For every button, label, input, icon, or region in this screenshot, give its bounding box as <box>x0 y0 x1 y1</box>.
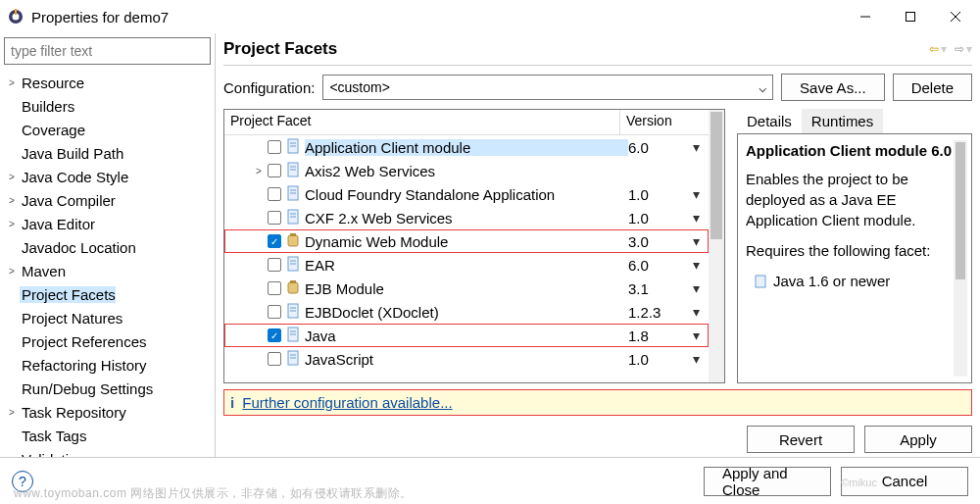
facet-icon <box>285 185 305 204</box>
svg-rect-2 <box>15 9 17 15</box>
sidebar-item-java-compiler[interactable]: >Java Compiler <box>0 188 215 212</box>
facet-name: Cloud Foundry Standalone Application <box>305 186 628 203</box>
maximize-button[interactable] <box>888 1 933 32</box>
facet-version: 1.0 <box>628 186 693 203</box>
facet-name: EJB Module <box>305 280 628 297</box>
version-dropdown-icon[interactable]: ▾ <box>693 210 709 226</box>
facet-icon <box>285 303 305 322</box>
version-dropdown-icon[interactable]: ▾ <box>693 280 709 296</box>
facet-version: 1.0 <box>628 351 693 368</box>
expander-icon: > <box>4 77 20 88</box>
expander-icon: > <box>4 219 20 229</box>
facet-row[interactable]: >Axis2 Web Services <box>224 159 709 182</box>
facet-checkbox[interactable] <box>268 211 281 225</box>
configuration-select[interactable]: <custom> ⌵ <box>322 75 773 100</box>
facet-row[interactable]: EJBDoclet (XDoclet)1.2.3▾ <box>224 300 709 324</box>
facet-name: Application Client module <box>305 139 628 156</box>
facet-row[interactable]: EAR6.0▾ <box>224 253 709 277</box>
table-header: Project Facet Version <box>224 110 709 135</box>
sidebar-item-javadoc-location[interactable]: Javadoc Location <box>0 235 215 259</box>
sidebar-item-task-repository[interactable]: >Task Repository <box>0 400 215 424</box>
facet-icon <box>285 256 305 275</box>
facet-name: EJBDoclet (XDoclet) <box>305 304 628 321</box>
sidebar-item-refactoring-history[interactable]: Refactoring History <box>0 353 215 377</box>
facet-name: Axis2 Web Services <box>305 163 628 179</box>
sidebar-item-project-natures[interactable]: Project Natures <box>0 306 215 329</box>
facet-icon <box>285 279 305 298</box>
version-dropdown-icon[interactable]: ▾ <box>693 186 709 202</box>
close-button[interactable] <box>933 1 978 32</box>
save-as-button[interactable]: Save As... <box>781 74 885 101</box>
sidebar-item-builders[interactable]: Builders <box>0 94 215 118</box>
facet-row[interactable]: Application Client module6.0▾ <box>224 135 709 159</box>
filter-input[interactable]: type filter text <box>4 37 211 65</box>
tab-details[interactable]: Details <box>737 109 802 133</box>
version-dropdown-icon[interactable]: ▾ <box>693 139 709 155</box>
category-tree[interactable]: >ResourceBuildersCoverageJava Build Path… <box>0 69 215 457</box>
svg-rect-4 <box>906 13 915 22</box>
sidebar: type filter text >ResourceBuildersCovera… <box>0 33 216 457</box>
page-icon <box>754 275 767 288</box>
sidebar-item-validation[interactable]: Validation <box>0 447 215 457</box>
configuration-label: Configuration: <box>223 79 315 96</box>
sidebar-item-java-build-path[interactable]: Java Build Path <box>0 141 215 165</box>
facet-checkbox[interactable] <box>268 164 281 177</box>
facet-version: 6.0 <box>628 139 693 156</box>
expander-icon: > <box>4 172 20 182</box>
details-scrollbar[interactable] <box>954 140 967 377</box>
facet-row[interactable]: CXF 2.x Web Services1.0▾ <box>224 206 709 229</box>
svg-rect-35 <box>756 276 765 287</box>
apply-button[interactable]: Apply <box>864 426 972 453</box>
facet-row[interactable]: JavaScript1.0▾ <box>224 347 709 371</box>
watermark-credit: ©mikuc <box>841 477 877 488</box>
further-config-link[interactable]: Further configuration available... <box>242 394 452 411</box>
facet-row[interactable]: Dynamic Web Module3.0▾ <box>224 229 709 253</box>
version-dropdown-icon[interactable]: ▾ <box>693 351 709 367</box>
revert-button[interactable]: Revert <box>747 426 855 453</box>
page-title: Project Facets <box>223 39 929 59</box>
facet-row[interactable]: Cloud Foundry Standalone Application1.0▾ <box>224 182 709 206</box>
facet-checkbox[interactable] <box>268 352 281 366</box>
watermark: www.toymoban.com 网络图片仅供展示，非存储，如有侵权请联系删除。 <box>14 485 413 502</box>
facet-checkbox[interactable] <box>268 328 281 342</box>
sidebar-item-resource[interactable]: >Resource <box>0 71 215 94</box>
nav-arrows[interactable]: ⇦▾ ⇨▾ <box>929 41 972 57</box>
tab-runtimes[interactable]: Runtimes <box>802 109 883 133</box>
facet-checkbox[interactable] <box>268 258 281 272</box>
sidebar-item-task-tags[interactable]: Task Tags <box>0 424 215 447</box>
facet-icon <box>285 327 305 345</box>
facet-icon <box>285 232 305 251</box>
sidebar-item-maven[interactable]: >Maven <box>0 259 215 282</box>
expander-icon: > <box>4 407 20 418</box>
facet-checkbox[interactable] <box>268 187 281 201</box>
facet-checkbox[interactable] <box>268 305 281 319</box>
apply-and-close-button[interactable]: Apply and Close <box>704 467 831 496</box>
sidebar-item-project-facets[interactable]: Project Facets <box>0 282 215 306</box>
sidebar-item-project-references[interactable]: Project References <box>0 329 215 353</box>
window-title: Properties for demo7 <box>31 9 843 25</box>
sidebar-item-java-editor[interactable]: >Java Editor <box>0 212 215 235</box>
svg-rect-24 <box>288 282 298 293</box>
sidebar-item-java-code-style[interactable]: >Java Code Style <box>0 165 215 188</box>
version-dropdown-icon[interactable]: ▾ <box>693 328 709 343</box>
sidebar-item-run-debug-settings[interactable]: Run/Debug Settings <box>0 377 215 400</box>
version-dropdown-icon[interactable]: ▾ <box>693 304 709 320</box>
minimize-button[interactable] <box>843 1 888 32</box>
facet-checkbox[interactable] <box>268 281 281 295</box>
version-dropdown-icon[interactable]: ▾ <box>693 257 709 273</box>
facet-checkbox[interactable] <box>268 140 281 154</box>
facet-row[interactable]: EJB Module3.1▾ <box>224 277 709 300</box>
details-title: Application Client module 6.0 <box>746 140 954 161</box>
delete-button[interactable]: Delete <box>893 74 972 101</box>
facet-version: 3.0 <box>628 233 693 250</box>
version-dropdown-icon[interactable]: ▾ <box>693 233 709 249</box>
facets-table[interactable]: Project Facet Version Application Client… <box>223 109 725 383</box>
facet-row[interactable]: Java1.8▾ <box>224 324 709 347</box>
sidebar-item-coverage[interactable]: Coverage <box>0 118 215 141</box>
expander-icon: > <box>256 166 268 176</box>
table-scrollbar[interactable] <box>709 110 724 382</box>
facet-checkbox[interactable] <box>268 234 281 248</box>
facet-version: 1.8 <box>628 328 693 344</box>
facet-version: 1.0 <box>628 210 693 227</box>
facet-name: EAR <box>305 257 628 274</box>
